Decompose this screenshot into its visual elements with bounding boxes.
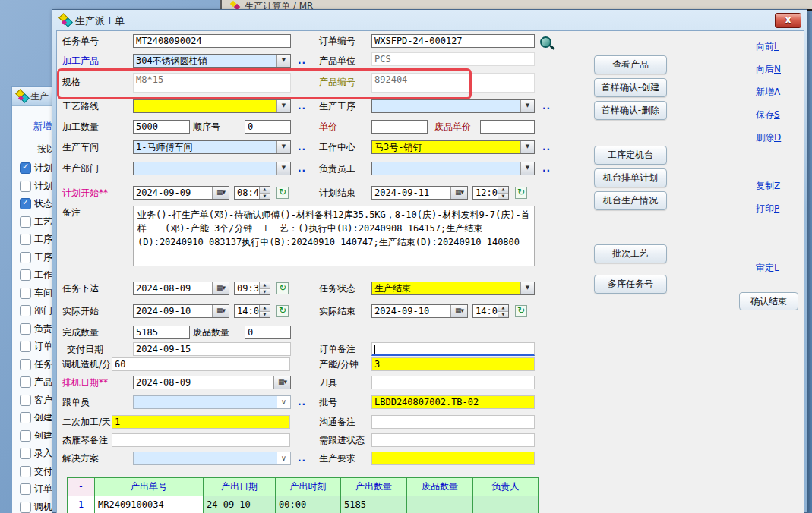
scrap-qty-input[interactable]: 0 (245, 326, 291, 339)
filter-checkbox-item[interactable]: 订单编 (20, 338, 56, 356)
refresh-icon[interactable]: ↻ (515, 305, 527, 317)
dialog-titlebar[interactable]: 生产派工单 x (52, 10, 807, 30)
person-remark-field[interactable] (112, 433, 290, 447)
spec-field[interactable]: M8*15 (133, 73, 291, 93)
spin-down-icon[interactable]: ▼ (498, 193, 508, 200)
staff-browse-button[interactable]: .. (542, 162, 551, 175)
side-button[interactable]: 首样确认-创建 (594, 78, 667, 97)
workshop-browse-button[interactable]: .. (298, 140, 306, 154)
follower-browse-button[interactable]: .. (298, 395, 306, 409)
chevron-down-icon[interactable]: ▼ (520, 282, 534, 294)
checkbox-icon[interactable] (20, 430, 31, 442)
plan-end-date-picker[interactable]: 2024-09-11 ▦▾ (371, 186, 468, 200)
filter-checkbox-item[interactable]: 调机待 (20, 499, 56, 513)
filter-checkbox-item[interactable]: 交付日 (20, 463, 56, 481)
filter-checkbox-item[interactable]: 工艺流 (20, 213, 56, 231)
search-icon[interactable] (540, 36, 551, 48)
chevron-down-icon[interactable]: ▼ (520, 162, 534, 175)
chevron-down-icon[interactable]: ▼ (276, 100, 290, 112)
checkbox-icon[interactable] (20, 162, 31, 174)
seq-input[interactable]: 0 (245, 120, 291, 134)
follow-status-field[interactable] (371, 433, 535, 447)
route-browse-button[interactable]: .. (298, 99, 306, 113)
checkbox-icon[interactable] (20, 305, 31, 316)
filter-window-titlebar[interactable]: 生产 (12, 87, 56, 106)
column-header[interactable]: 产出时刻 (276, 478, 341, 496)
chevron-down-icon[interactable]: ▼ (276, 55, 290, 67)
order-remark-input[interactable] (371, 342, 535, 356)
command-link[interactable]: 向前L (756, 40, 781, 53)
side-button[interactable]: 机台生产情况 (594, 191, 667, 210)
refresh-icon[interactable]: ↻ (276, 282, 289, 294)
filter-checkbox-item[interactable]: 产品 (20, 373, 56, 392)
command-link[interactable]: 复制Z (756, 180, 780, 193)
side-button[interactable]: 多序任务号 (594, 275, 667, 294)
chevron-down-icon[interactable]: ▼ (276, 141, 290, 153)
side-button[interactable]: 查看产品 (594, 55, 667, 74)
close-button[interactable]: x (775, 13, 801, 28)
checkbox-icon[interactable] (20, 216, 31, 228)
checkbox-icon[interactable] (20, 252, 31, 263)
actual-end-time-spinner[interactable]: 14:08 ▲▼ (472, 304, 509, 318)
calendar-icon[interactable]: ▦▾ (450, 305, 467, 317)
calendar-icon[interactable]: ▦▾ (212, 305, 229, 317)
batch-no-field[interactable]: LBDD240807002.TB-02 (371, 395, 535, 409)
checkbox-icon[interactable] (20, 323, 31, 335)
filter-checkbox-item[interactable]: 任务编 (20, 356, 56, 374)
command-link[interactable]: 向后N (756, 63, 781, 76)
column-header[interactable]: 产出单号 (95, 478, 204, 496)
workshop-select[interactable]: 1-马师傅车间 ▼ (133, 140, 291, 154)
command-link[interactable]: 新增A (756, 86, 781, 99)
filter-checkbox-item[interactable]: 创建日 (20, 427, 56, 445)
order-no-input[interactable]: WXSFPD-24-000127 (371, 34, 535, 48)
task-issue-date-picker[interactable]: 2024-08-09 ▦▾ (133, 282, 229, 295)
schedule-date-picker[interactable]: 2024-08-09 ▦▾ (133, 376, 291, 389)
filter-checkbox-item[interactable]: 订单备 (20, 480, 56, 499)
checkbox-icon[interactable] (20, 395, 31, 406)
checkbox-icon[interactable] (20, 181, 31, 192)
tool-field[interactable] (371, 376, 535, 389)
spin-up-icon[interactable]: ▲ (260, 187, 270, 193)
table-row[interactable]: 1 MR2409100034 24-09-10 00:00 5185 (68, 496, 539, 513)
filter-checkbox-item[interactable]: 负责人 (20, 320, 56, 338)
chevron-down-icon[interactable]: ▼ (276, 162, 290, 175)
checkbox-icon[interactable] (20, 359, 31, 370)
remark-textarea[interactable]: 业务()-打生产单(邓)-待确认师傅()-材料备料12库35.5KG，8-10(… (133, 206, 535, 266)
checkbox-icon[interactable] (20, 198, 31, 209)
spin-up-icon[interactable]: ▲ (498, 187, 508, 193)
column-header[interactable]: 废品数量 (407, 478, 473, 496)
work-center-select[interactable]: 马3号-销钉 ▼ (371, 140, 535, 154)
scrap-price-input[interactable] (480, 120, 535, 134)
process-browse-button[interactable]: .. (542, 99, 551, 113)
follower-select[interactable]: ∨ (133, 395, 291, 409)
side-button[interactable]: 首样确认-删除 (594, 101, 667, 120)
column-header[interactable]: 产出数量 (341, 478, 407, 496)
command-link[interactable]: 删除D (756, 131, 781, 144)
command-link[interactable]: 保存S (756, 109, 781, 121)
checkbox-icon[interactable] (20, 288, 31, 299)
plan-start-date-picker[interactable]: 2024-09-09 ▦▾ (133, 186, 229, 200)
work-center-browse-button[interactable]: .. (542, 140, 551, 154)
checkbox-icon[interactable] (20, 502, 31, 513)
checkbox-icon[interactable] (20, 269, 31, 281)
filter-checkbox-item[interactable]: 工序 (20, 231, 56, 249)
column-header[interactable]: 负责人 (473, 478, 539, 496)
checkbox-icon[interactable] (20, 376, 31, 388)
filter-checkbox-item[interactable]: 创建日 (20, 409, 56, 427)
chevron-down-icon[interactable]: ▼ (520, 141, 534, 153)
chevron-down-icon[interactable]: ∨ (277, 396, 290, 408)
solution-browse-button[interactable]: .. (298, 452, 306, 465)
prod-req-field[interactable] (371, 452, 535, 465)
process-select[interactable]: ▼ (371, 99, 535, 113)
task-status-select[interactable]: 生产结束 ▼ (371, 282, 535, 295)
task-issue-time-spinner[interactable]: 09:39 ▲▼ (234, 282, 270, 295)
confirm-finish-button[interactable]: 确认结束 (739, 292, 798, 310)
spin-up-icon[interactable]: ▲ (260, 305, 270, 311)
column-header[interactable]: - (68, 478, 95, 496)
product-select[interactable]: 304不锈钢圆柱销 ▼ (133, 54, 291, 68)
checkbox-icon[interactable] (20, 483, 31, 495)
spin-down-icon[interactable]: ▼ (260, 193, 270, 200)
refresh-icon[interactable]: ↻ (276, 187, 289, 199)
qty-input[interactable]: 5000 (133, 120, 190, 134)
secondary-field[interactable]: 1 (112, 415, 290, 429)
